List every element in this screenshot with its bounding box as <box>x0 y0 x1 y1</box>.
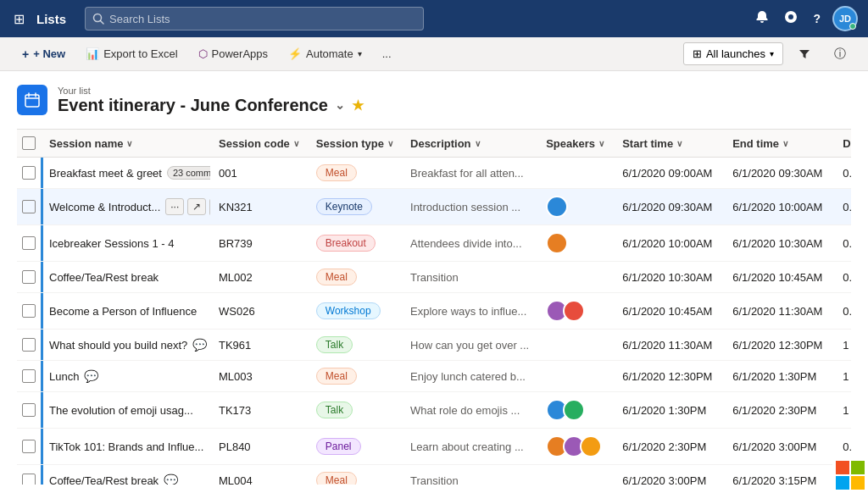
toolbar-right: ⊞ All launches ▾ ⓘ <box>683 42 854 66</box>
end-time: 6/1/2020 10:00AM <box>724 189 834 225</box>
favorite-star[interactable]: ★ <box>352 97 364 114</box>
ellipsis-btn[interactable]: ··· <box>165 198 184 215</box>
sort-icon: ∨ <box>676 139 682 148</box>
row-checkbox[interactable] <box>22 304 36 318</box>
col-header-start[interactable]: Start time∨ <box>614 130 724 158</box>
description: Transition <box>402 465 537 485</box>
row-checkbox[interactable] <box>22 236 36 250</box>
duration: 0.75 hour <box>834 293 851 330</box>
session-name[interactable]: Coffee/Tea/Rest break <box>49 474 159 485</box>
col-header-duration[interactable]: Duration∨ <box>834 130 851 158</box>
comment-badge[interactable]: 23 comments <box>167 166 210 180</box>
settings-button[interactable] <box>781 7 801 30</box>
session-name-cell: Icebreaker Sessions 1 - 4 <box>41 225 210 262</box>
row-checkbox[interactable] <box>22 369 36 383</box>
session-name[interactable]: Breakfast meet & greet <box>49 167 162 180</box>
col-header-type[interactable]: Session type∨ <box>308 130 402 158</box>
session-name[interactable]: Icebreaker Sessions 1 - 4 <box>49 237 174 250</box>
table-row[interactable]: Icebreaker Sessions 1 - 4BR739BreakoutAt… <box>17 225 851 262</box>
avatar[interactable]: JD <box>832 6 858 31</box>
col-header-session[interactable]: Session name∨ <box>41 130 210 158</box>
description: How can you get over ... <box>402 330 537 361</box>
duration: 0.25 hour <box>834 262 851 293</box>
session-name[interactable]: Coffee/Tea/Rest break <box>49 271 159 284</box>
export-excel-button[interactable]: 📊 Export to Excel <box>77 43 186 64</box>
end-time: 6/1/2020 2:30PM <box>724 392 834 429</box>
table-row[interactable]: The evolution of emoji usag...TK173TalkW… <box>17 392 851 429</box>
edit-btn[interactable]: ✎ <box>209 198 210 216</box>
start-time: 6/1/2020 11:30AM <box>614 330 724 361</box>
table-row[interactable]: Breakfast meet & greet23 comments001Meal… <box>17 158 851 189</box>
gear-icon <box>784 10 798 24</box>
ms-logo <box>832 457 868 493</box>
select-all-header[interactable] <box>17 130 41 158</box>
end-time: 6/1/2020 3:15PM <box>724 465 834 485</box>
col-header-code[interactable]: Session code∨ <box>210 130 308 158</box>
row-checkbox[interactable] <box>22 200 36 213</box>
row-bar <box>41 465 43 485</box>
start-time: 6/1/2020 10:00AM <box>614 225 724 262</box>
table-row[interactable]: Become a Person of InfluenceWS026Worksho… <box>17 293 851 330</box>
table-row[interactable]: Coffee/Tea/Rest breakML002MealTransition… <box>17 262 851 293</box>
search-input[interactable] <box>109 13 416 25</box>
row-checkbox[interactable] <box>22 474 36 485</box>
sort-icon: ∨ <box>293 139 299 148</box>
col-header-speakers[interactable]: Speakers∨ <box>537 130 614 158</box>
session-code: KN321 <box>210 189 308 225</box>
avatar-initials: JD <box>839 14 851 24</box>
svg-point-2 <box>790 16 793 19</box>
more-button[interactable]: ... <box>374 43 400 64</box>
duration: 0.5 hour <box>834 189 851 225</box>
sort-icon: ∨ <box>598 139 604 148</box>
session-type: Workshop <box>308 293 402 330</box>
table-row[interactable]: Coffee/Tea/Rest break💬ML004MealTransitio… <box>17 465 851 485</box>
session-type: Panel <box>308 429 402 465</box>
description: Learn about creating ... <box>402 429 537 465</box>
session-name[interactable]: Become a Person of Influence <box>49 305 197 318</box>
notifications-button[interactable] <box>752 7 772 30</box>
row-checkbox[interactable] <box>22 166 36 180</box>
speakers <box>537 465 614 485</box>
row-bar <box>41 262 43 292</box>
col-header-description[interactable]: Description∨ <box>402 130 537 158</box>
info-button[interactable]: ⓘ <box>826 42 854 66</box>
session-name[interactable]: What should you build next? <box>49 339 187 352</box>
col-header-end[interactable]: End time∨ <box>724 130 834 158</box>
list-icon <box>17 85 47 115</box>
all-launches-button[interactable]: ⊞ All launches ▾ <box>683 42 783 65</box>
list-header: Your list Event itinerary - June Confere… <box>17 85 851 115</box>
filter-button[interactable] <box>790 44 819 64</box>
session-name[interactable]: Lunch <box>49 370 79 383</box>
table-row[interactable]: Lunch💬ML003MealEnjoy lunch catered b...6… <box>17 361 851 392</box>
description: What role do emojis ... <box>402 392 537 429</box>
speakers <box>537 361 614 392</box>
row-checkbox[interactable] <box>22 270 36 284</box>
automate-button[interactable]: ⚡ Automate ▾ <box>280 43 370 64</box>
table-row[interactable]: TikTok 101: Brands and Influe...PL840Pan… <box>17 429 851 465</box>
share-btn[interactable]: ↗ <box>187 198 206 215</box>
table-row[interactable]: Welcome & Introduct...···↗✎KN321KeynoteI… <box>17 189 851 225</box>
session-code: ML003 <box>210 361 308 392</box>
session-code: WS026 <box>210 293 308 330</box>
title-chevron[interactable]: ⌄ <box>335 98 345 112</box>
help-button[interactable]: ? <box>810 8 824 29</box>
list-title-area: Your list Event itinerary - June Confere… <box>58 86 364 115</box>
session-name[interactable]: Welcome & Introduct... <box>49 201 160 213</box>
table-row[interactable]: What should you build next?💬TK961TalkHow… <box>17 330 851 361</box>
row-bar <box>41 189 43 224</box>
powerapps-button[interactable]: ⬡ PowerApps <box>190 43 276 64</box>
start-time: 6/1/2020 2:30PM <box>614 429 724 465</box>
session-name[interactable]: TikTok 101: Brands and Influe... <box>49 440 203 453</box>
session-name[interactable]: The evolution of emoji usag... <box>49 404 193 417</box>
search-bar[interactable] <box>85 7 424 30</box>
sort-icon: ∨ <box>387 139 393 148</box>
row-bar <box>41 158 43 188</box>
row-checkbox[interactable] <box>22 403 36 417</box>
waffle-icon[interactable]: ⊞ <box>10 8 28 30</box>
new-button[interactable]: + + New <box>14 43 74 65</box>
row-bar <box>41 293 43 329</box>
row-checkbox[interactable] <box>22 440 36 453</box>
row-checkbox[interactable] <box>22 338 36 352</box>
start-time: 6/1/2020 1:30PM <box>614 392 724 429</box>
select-all-checkbox[interactable] <box>22 136 36 150</box>
